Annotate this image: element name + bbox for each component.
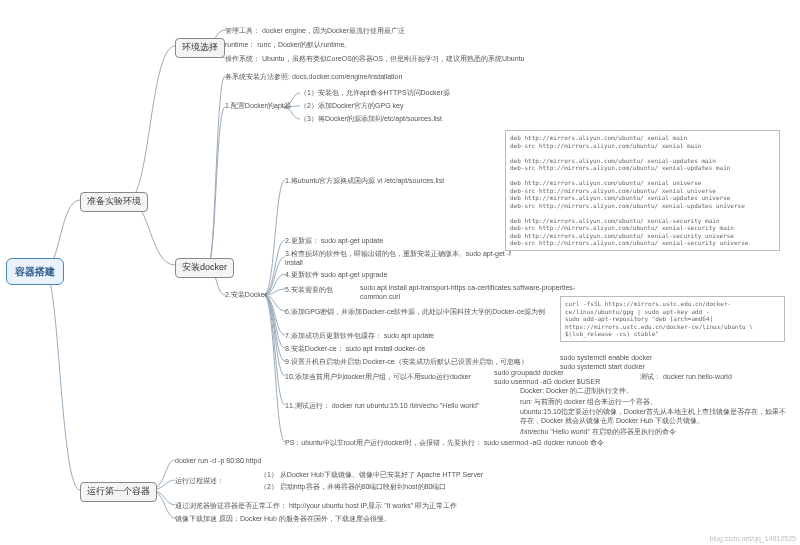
root-node: 容器搭建 (6, 258, 64, 285)
leaf-do-s6: 6.添加GPG密钥，并添加Docker-ce软件源，此处以中国科技大学的Dock… (285, 307, 545, 316)
leaf-do-s1: 1.将ubuntu官方源换成国内源 vi /etc/apt/sources.li… (285, 176, 444, 185)
leaf-run-d2: （2） 启动http容器，并将容器的80端口映射到host的80端口 (260, 482, 446, 491)
branch-prep: 准备实验环境 (80, 192, 148, 212)
leaf-do-sps: PS：ubuntu中以非root用户运行docker时，会报错，先要执行： su… (285, 438, 604, 447)
leaf-do-s8: 8.安装Docker-ce： sudo apt install docker-c… (285, 344, 425, 353)
block-mirrors: deb http://mirrors.aliyun.com/ubuntu/ xe… (505, 130, 780, 251)
leaf-run-desc: 运行过程描述： (175, 476, 224, 485)
leaf-do-s3: 3.检查损坏的软件包，即输出错的包，重新安装正确版本。sudo apt-get … (285, 249, 515, 267)
leaf-do-s7: 7.添加成功后更新软件包缓存： sudo apt update (285, 331, 434, 340)
leaf-do-s11c: ubuntu:15.10指定要运行的镜像，Docker首先从本地主机上查找镜像是… (520, 407, 790, 425)
leaf-do-s11: 11.测试运行： docker run ubuntu:15.10 /bin/ec… (285, 401, 479, 410)
leaf-do-s4: 4.更新软件 sudo apt-get upgrade (285, 270, 387, 279)
leaf-run-d1: （1） 从Docker Hub下载镜像。镜像中已安装好了 Apache HTTP… (260, 470, 483, 479)
leaf-do-s11a: Docker: Docker 的二进制执行文件。 (520, 386, 633, 395)
leaf-do-s11b: run: 与前面的 docker 组合来运行一个容器。 (520, 397, 657, 406)
block-gpg: curl -fsSL https://mirrors.ustc.edu.cn/d… (560, 296, 785, 342)
leaf-docs: 各系统安装方法参照: docs.docker.com/engine/instal… (225, 72, 402, 81)
branch-env: 环境选择 (175, 38, 225, 58)
leaf-do-s10: 10.添加当前用户到docker用户组，可以不用sudo运行docker (285, 372, 471, 381)
leaf-apt-title: 1.配置Docker的apt源 (225, 101, 291, 110)
leaf-apt-s3: （3）将Docker的源添加到/etc/apt/sources.list (300, 114, 442, 123)
leaf-env-os: 操作系统： Ubuntu，虽然有类似CoreOS的容器OS，但是刚开始学习，建议… (225, 54, 525, 63)
leaf-apt-s1: （1）安装包，允许apt命令HTTPS访问Docker源 (300, 88, 450, 97)
leaf-apt-s2: （2）添加Docker官方的GPG key (300, 101, 403, 110)
leaf-env-runtime: runtime： runc，Docker的默认runtime。 (225, 40, 351, 49)
leaf-run-slow: 镜像下载加速 原因：Docker Hub 的服务器在国外，下载速度会很慢。 (175, 514, 391, 523)
leaf-run-verify: 通过浏览器验证容器是否正常工作： http://your ubuntu host… (175, 501, 457, 510)
leaf-do-s10cmd: sudo groupadd docker sudo usermod -aG do… (494, 368, 600, 386)
leaf-env-tool: 管理工具： docker engine，因为Docker最流行使用最广泛 (225, 26, 405, 35)
leaf-do-s10test: 测试： docker run hello-world (640, 372, 732, 381)
watermark: blog.csdn.net/qq_14812525 (710, 534, 796, 543)
leaf-do-s5: 5.安装需要的包 (285, 285, 333, 294)
branch-run: 运行第一个容器 (80, 482, 157, 502)
leaf-do-s9: 9.设置开机自启动并启动 Docker-ce（安装成功后默认已设置并启动，可忽略… (285, 357, 528, 366)
leaf-do-title: 2.安装Docker (225, 290, 267, 299)
leaf-do-s2: 2.更新源： sudo apt-get update (285, 236, 383, 245)
leaf-do-s11d: /bin/echo "Hello world" 在启动的容器里执行的命令 (520, 427, 676, 436)
leaf-run-cmd: docker run -d -p 80:80 httpd (175, 456, 261, 465)
branch-install: 安装docker (175, 258, 234, 278)
